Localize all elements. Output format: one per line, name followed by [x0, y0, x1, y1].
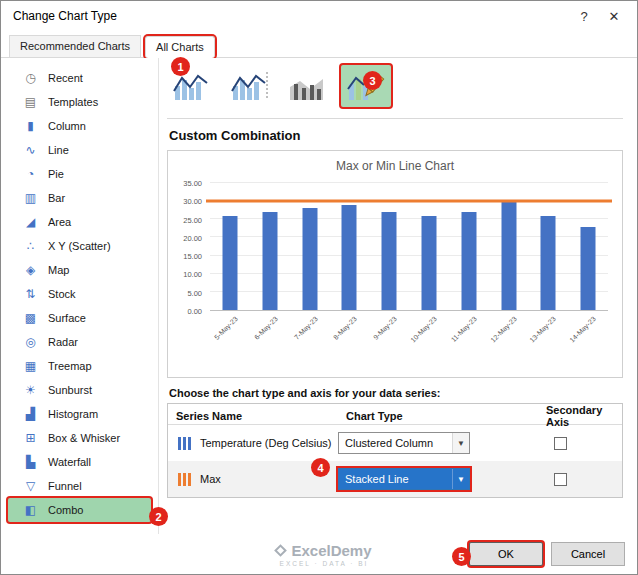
combo-subtype-row	[167, 64, 625, 108]
tab-content: Custom Combination Max or Min Line Chart…	[159, 58, 637, 534]
radar-chart-icon: ◎	[23, 335, 38, 349]
chart-bar	[342, 205, 357, 310]
secondary-axis-checkbox[interactable]	[554, 473, 567, 486]
line-chart-icon: ∿	[23, 143, 38, 157]
stacked-area-clustered-column-icon[interactable]	[283, 65, 333, 107]
subtype-divider	[167, 118, 623, 119]
tab-recommended-charts[interactable]: Recommended Charts	[9, 35, 141, 57]
series-name-cell: Max	[168, 473, 338, 486]
chevron-down-icon[interactable]: ▼	[452, 469, 469, 489]
sidebar-item-label: Combo	[48, 504, 83, 516]
x-axis-labels: 5-May-236-May-237-May-238-May-239-May-23…	[210, 312, 608, 372]
header-series-name: Series Name	[168, 410, 338, 422]
series-rows: Temperature (Deg Celsius)Clustered Colum…	[168, 425, 622, 497]
section-title: Custom Combination	[169, 128, 625, 143]
sidebar-item-x-y-scatter[interactable]: ∴X Y (Scatter)	[1, 234, 158, 258]
x-tick-label: 12-May-23	[474, 315, 517, 358]
sidebar-item-label: Stock	[48, 288, 76, 300]
y-tick-label: 30.00	[183, 197, 202, 206]
chart-bar	[382, 212, 397, 310]
y-tick-label: 0.00	[187, 307, 202, 316]
sidebar-item-label: Sunburst	[48, 384, 92, 396]
step-annotation-2: 2	[149, 507, 168, 526]
y-tick-label: 15.00	[183, 252, 202, 261]
clustered-column-line-secondary-axis-icon[interactable]	[225, 65, 275, 107]
ok-button[interactable]: OK	[469, 542, 543, 566]
step-annotation-4: 4	[311, 458, 330, 477]
change-chart-type-dialog: Change Chart Type ? ✕ Recommended Charts…	[0, 0, 638, 575]
sidebar-item-line[interactable]: ∿Line	[1, 138, 158, 162]
funnel-chart-icon: ▽	[23, 479, 38, 493]
scatter-chart-icon: ∴	[23, 239, 38, 253]
chart-type-dropdown[interactable]: Clustered Column▼	[338, 432, 470, 454]
sidebar-item-label: Pie	[48, 168, 64, 180]
y-axis-labels: 0.005.0010.0015.0020.0025.0030.0035.00	[168, 183, 206, 311]
series-table-row[interactable]: MaxStacked Line▼	[168, 461, 622, 497]
plot-area	[210, 183, 608, 311]
sidebar-item-label: Bar	[48, 192, 65, 204]
chart-type-value: Stacked Line	[339, 473, 452, 485]
watermark: ExcelDemy EXCEL · DATA · BI	[239, 542, 409, 567]
sidebar-item-histogram[interactable]: ▟Histogram	[1, 402, 158, 426]
templates-icon: ▤	[23, 95, 38, 109]
pie-chart-icon: ◔	[23, 167, 38, 181]
sidebar-item-label: Box & Whisker	[48, 432, 120, 444]
chart-bar	[302, 208, 317, 310]
help-icon[interactable]: ?	[569, 9, 599, 24]
y-tick-label: 5.00	[187, 288, 202, 297]
x-tick-label: 7-May-23	[275, 315, 318, 358]
sidebar-item-combo[interactable]: ◧Combo	[8, 498, 151, 522]
surface-chart-icon: ▩	[23, 311, 38, 325]
x-tick-label: 6-May-23	[236, 315, 279, 358]
sidebar-item-funnel[interactable]: ▽Funnel	[1, 474, 158, 498]
sidebar-item-pie[interactable]: ◔Pie	[1, 162, 158, 186]
column-chart-icon: ▮	[23, 119, 38, 133]
stock-chart-icon: ⇅	[23, 287, 38, 301]
histogram-chart-icon: ▟	[23, 407, 38, 421]
watermark-tagline: EXCEL · DATA · BI	[239, 560, 409, 567]
sidebar-item-bar[interactable]: ▥Bar	[1, 186, 158, 210]
sidebar-item-stock[interactable]: ⇅Stock	[1, 282, 158, 306]
exceldemy-logo-icon	[275, 544, 288, 557]
chart-bar	[461, 212, 476, 310]
sidebar-item-area[interactable]: ◢Area	[1, 210, 158, 234]
sidebar-item-waterfall[interactable]: ▙Waterfall	[1, 450, 158, 474]
sidebar-item-label: Histogram	[48, 408, 98, 420]
x-tick-label: 11-May-23	[435, 315, 478, 358]
sidebar-item-label: Area	[48, 216, 71, 228]
sidebar-item-label: Templates	[48, 96, 98, 108]
sunburst-chart-icon: ☀	[23, 383, 38, 397]
close-icon[interactable]: ✕	[599, 9, 629, 24]
sidebar-item-templates[interactable]: ▤Templates	[1, 90, 158, 114]
dialog-title: Change Chart Type	[13, 9, 569, 23]
sidebar-item-radar[interactable]: ◎Radar	[1, 330, 158, 354]
chart-bar	[501, 201, 516, 310]
x-tick-label: 5-May-23	[196, 315, 239, 358]
step-annotation-1: 1	[171, 57, 190, 76]
sidebar-item-sunburst[interactable]: ☀Sunburst	[1, 378, 158, 402]
chart-type-value: Clustered Column	[339, 437, 452, 449]
cancel-button[interactable]: Cancel	[551, 542, 625, 566]
x-tick-label: 10-May-23	[395, 315, 438, 358]
y-tick-label: 35.00	[183, 179, 202, 188]
y-tick-label: 25.00	[183, 215, 202, 224]
chart-bar	[421, 216, 436, 310]
sidebar-item-label: X Y (Scatter)	[48, 240, 111, 252]
sidebar-item-recent[interactable]: ◷Recent	[1, 66, 158, 90]
sidebar-item-map[interactable]: ◈Map	[1, 258, 158, 282]
area-chart-icon: ◢	[23, 215, 38, 229]
tab-strip: Recommended Charts All Charts	[1, 32, 637, 58]
chart-bar	[222, 216, 237, 310]
chevron-down-icon[interactable]: ▼	[452, 433, 469, 453]
x-tick-label: 14-May-23	[554, 315, 597, 358]
sidebar-item-column[interactable]: ▮Column	[1, 114, 158, 138]
box-whisker-chart-icon: ⊞	[23, 431, 38, 445]
chart-type-dropdown[interactable]: Stacked Line▼	[338, 468, 470, 490]
sidebar-item-treemap[interactable]: ▦Treemap	[1, 354, 158, 378]
series-table-row[interactable]: Temperature (Deg Celsius)Clustered Colum…	[168, 425, 622, 461]
sidebar-item-surface[interactable]: ▩Surface	[1, 306, 158, 330]
step-annotation-5: 5	[452, 547, 471, 566]
secondary-axis-checkbox[interactable]	[554, 437, 567, 450]
sidebar-item-box-whisker[interactable]: ⊞Box & Whisker	[1, 426, 158, 450]
tab-all-charts[interactable]: All Charts	[145, 36, 215, 58]
